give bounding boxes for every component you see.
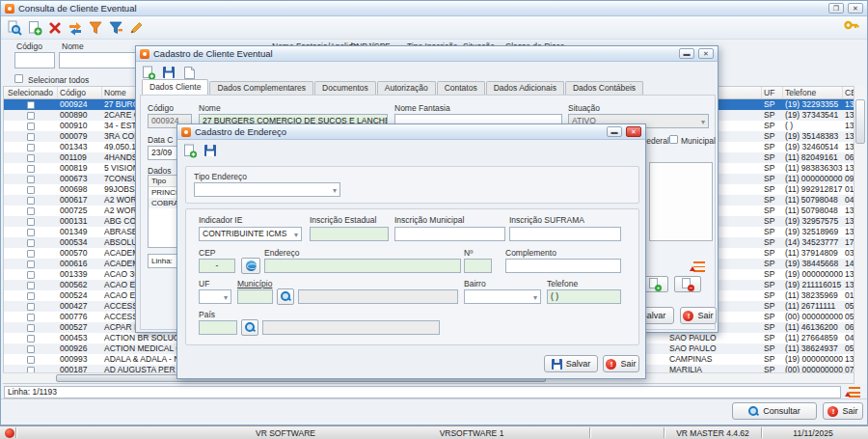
close-icon[interactable]: ✕ bbox=[848, 3, 863, 14]
cell-codigo: 000524 bbox=[58, 290, 102, 301]
row-checkbox[interactable] bbox=[27, 345, 35, 353]
row-checkbox[interactable] bbox=[27, 292, 35, 300]
data-field[interactable]: 23/09 bbox=[148, 146, 180, 160]
tipo-endereco-select[interactable] bbox=[194, 182, 340, 197]
restore-icon[interactable]: ❐ bbox=[828, 3, 844, 14]
key-icon[interactable] bbox=[844, 18, 859, 34]
delete-icon[interactable] bbox=[46, 19, 64, 37]
row-checkbox[interactable] bbox=[27, 144, 35, 151]
address-titlebar[interactable]: Cadastro de Endereço ▬ ✕ bbox=[177, 124, 645, 140]
tab-dados-cont-beis[interactable]: Dados Contábeis bbox=[565, 81, 643, 95]
cell-selecionado bbox=[4, 206, 58, 216]
client-titlebar[interactable]: Cadastro de Cliente Eventual ▬ ✕ bbox=[136, 46, 718, 62]
row-checkbox[interactable] bbox=[27, 282, 35, 289]
cep-search-button[interactable] bbox=[241, 258, 260, 274]
row-checkbox[interactable] bbox=[27, 165, 35, 173]
save-icon[interactable] bbox=[203, 144, 218, 160]
row-checkbox[interactable] bbox=[27, 250, 35, 258]
row-checkbox[interactable] bbox=[27, 207, 35, 215]
sort-list-icon[interactable] bbox=[849, 387, 860, 398]
taskbar-item-vrsoftware-1[interactable]: VRSOFTWARE 1 bbox=[440, 426, 504, 439]
filter-funnel-icon[interactable] bbox=[107, 19, 124, 37]
row-checkbox[interactable] bbox=[27, 154, 35, 162]
select-all-checkbox[interactable] bbox=[14, 74, 23, 83]
pais-codigo-field[interactable] bbox=[199, 320, 237, 335]
inscricao-suframa-field[interactable] bbox=[509, 227, 621, 241]
main-titlebar[interactable]: Consulta de Cliente Eventual ❐ ✕ bbox=[1, 1, 867, 16]
close-icon[interactable]: ✕ bbox=[698, 48, 714, 59]
cell-telefone: (19) 38445668 bbox=[783, 259, 843, 269]
municipal-checkbox[interactable] bbox=[669, 135, 678, 144]
app-icon bbox=[140, 49, 149, 59]
cep-field[interactable]: - bbox=[199, 259, 235, 273]
search-document-icon[interactable] bbox=[6, 19, 23, 37]
transfer-arrows-icon[interactable] bbox=[67, 19, 84, 37]
numero-field[interactable] bbox=[464, 259, 492, 273]
minimize-icon[interactable]: ▬ bbox=[679, 48, 694, 59]
edit-pencil-icon[interactable] bbox=[127, 19, 145, 37]
row-checkbox[interactable] bbox=[27, 197, 35, 205]
vr-logo-icon[interactable] bbox=[5, 428, 14, 438]
municipio-label[interactable]: Município bbox=[237, 279, 272, 288]
remove-row-button[interactable]: – bbox=[674, 276, 701, 292]
row-checkbox[interactable] bbox=[27, 271, 35, 279]
header-codigo[interactable]: Código bbox=[58, 87, 102, 98]
minimize-icon[interactable]: ▬ bbox=[607, 126, 622, 137]
row-checkbox[interactable] bbox=[27, 112, 35, 120]
tab-documentos[interactable]: Documentos bbox=[314, 81, 376, 95]
row-checkbox[interactable] bbox=[27, 324, 35, 332]
sair-button[interactable]: ! Sair bbox=[823, 402, 863, 420]
vertical-scrollbar[interactable] bbox=[854, 86, 866, 384]
observacao-listbox[interactable] bbox=[649, 162, 713, 241]
row-checkbox[interactable] bbox=[27, 218, 35, 226]
consultar-button[interactable]: Consultar bbox=[732, 402, 817, 420]
cell-telefone: (19) 37343541 bbox=[783, 110, 843, 121]
row-checkbox[interactable] bbox=[27, 133, 35, 141]
complemento-field[interactable] bbox=[505, 259, 621, 273]
filter-input-codigo[interactable] bbox=[14, 52, 55, 69]
status-line: Linha: 1/1193 bbox=[4, 386, 841, 398]
row-checkbox[interactable] bbox=[27, 186, 35, 194]
indicador-ie-select[interactable]: CONTRIBUINTE ICMS bbox=[199, 227, 302, 241]
telefone-field[interactable]: ( ) bbox=[547, 289, 621, 304]
municipio-codigo-field[interactable] bbox=[237, 289, 273, 304]
inscricao-municipal-field[interactable] bbox=[394, 227, 505, 241]
tab-dados-adicionais[interactable]: Dados Adicionais bbox=[486, 81, 564, 95]
municipio-search-button[interactable] bbox=[277, 288, 294, 305]
row-checkbox[interactable] bbox=[27, 303, 35, 311]
row-checkbox[interactable] bbox=[27, 239, 35, 247]
sair-button[interactable]: ! Sair bbox=[603, 355, 639, 372]
add-document-icon[interactable] bbox=[26, 19, 43, 37]
row-checkbox[interactable] bbox=[27, 261, 35, 268]
cell-selecionado bbox=[4, 269, 58, 280]
pais-search-button[interactable] bbox=[241, 319, 258, 336]
bairro-select[interactable] bbox=[464, 289, 541, 304]
row-checkbox[interactable] bbox=[27, 123, 35, 130]
uf-select[interactable] bbox=[199, 289, 231, 304]
cell-codigo: 000910 bbox=[58, 121, 102, 131]
close-icon[interactable]: ✕ bbox=[626, 126, 641, 137]
header-selecionado[interactable]: Selecionado bbox=[4, 87, 58, 98]
row-checkbox[interactable] bbox=[27, 314, 35, 321]
tab-contatos[interactable]: Contatos bbox=[437, 81, 485, 95]
header-telefone[interactable]: Telefone bbox=[783, 87, 843, 98]
salvar-button[interactable]: Salvar bbox=[544, 355, 598, 372]
inscricao-estadual-field[interactable] bbox=[310, 227, 389, 241]
endereco-field[interactable] bbox=[264, 259, 461, 273]
row-checkbox[interactable] bbox=[27, 101, 35, 109]
row-checkbox[interactable] bbox=[27, 229, 35, 236]
add-document-icon[interactable] bbox=[183, 144, 198, 160]
header-uf[interactable]: UF bbox=[762, 87, 783, 98]
sair-button[interactable]: ! Sair bbox=[680, 307, 717, 324]
municipio-nome-field bbox=[298, 289, 458, 304]
sort-list-icon[interactable] bbox=[693, 261, 705, 272]
tab-dados-complementares[interactable]: Dados Complementares bbox=[209, 81, 313, 95]
tab-dados-cliente[interactable]: Dados Cliente bbox=[142, 79, 208, 95]
cell-codigo: 000673 bbox=[58, 174, 102, 184]
taskbar-item-vr-software[interactable]: VR SOFTWARE bbox=[256, 426, 315, 439]
tab-autoriza-o[interactable]: Autorização bbox=[377, 81, 436, 95]
clear-filter-funnel-icon[interactable] bbox=[87, 19, 104, 37]
row-checkbox[interactable] bbox=[27, 356, 35, 364]
row-checkbox[interactable] bbox=[27, 335, 35, 343]
row-checkbox[interactable] bbox=[27, 176, 35, 183]
